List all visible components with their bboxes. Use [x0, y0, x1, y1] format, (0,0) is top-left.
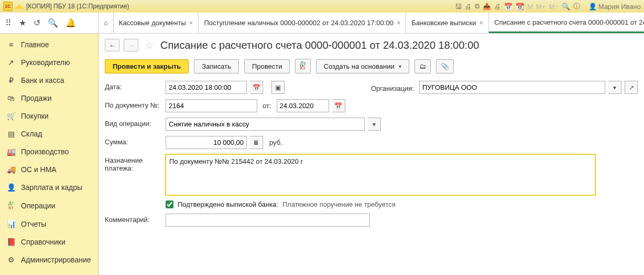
save-icon[interactable]: 🖫 [455, 3, 462, 10]
purpose-textarea[interactable]: По документу №№ 215442 от 24.03.2020 г [166, 154, 595, 195]
sidebar-item-label: Главное [21, 40, 49, 49]
org-label: Организация: [371, 82, 416, 92]
favorite-icon[interactable]: ★ [19, 18, 26, 28]
forward-button[interactable]: → [124, 39, 138, 51]
sidebar-item-manager[interactable]: ↗Руководителю [0, 54, 98, 71]
history-icon[interactable]: ↺ [34, 18, 40, 28]
tab-home[interactable]: ⌂ [99, 13, 114, 33]
close-icon[interactable]: × [479, 19, 484, 27]
factory-icon: 🏭 [6, 147, 16, 156]
tab-postuplenie[interactable]: Поступление наличных 0000-000002 от 24.0… [199, 13, 406, 33]
bell-icon[interactable]: 🔔 [66, 18, 76, 28]
sidebar-item-operations[interactable]: ДтКтОперации [0, 196, 98, 215]
amount-label: Сумма: [105, 136, 162, 146]
write-button[interactable]: Записать [194, 59, 239, 73]
calendar-picker-icon[interactable]: 📅 [250, 81, 263, 94]
related-button[interactable]: 🗂 [414, 59, 431, 73]
close-icon[interactable]: × [397, 19, 401, 27]
search-icon[interactable]: 🔍 [48, 18, 58, 28]
calendar31-icon[interactable]: 📆 [516, 3, 524, 10]
sidebar-item-label: Продажи [21, 94, 51, 102]
date-flag-icon[interactable]: ▣ [271, 81, 285, 94]
optype-field[interactable] [166, 118, 365, 131]
bag-icon: 🛍 [6, 94, 16, 102]
date-field[interactable] [166, 81, 247, 94]
dtkt-button[interactable]: ДтКт [295, 59, 310, 73]
zoom-icon[interactable]: 🔍 [562, 3, 570, 10]
menu-icon: ≡ [6, 40, 16, 49]
sidebar-item-ref[interactable]: 📕Справочники [0, 233, 98, 251]
from-date-field[interactable] [277, 99, 329, 112]
mminus-icon[interactable]: M− [549, 3, 558, 10]
favorite-toggle[interactable]: ☆ [145, 39, 154, 51]
date-label: Дата: [105, 81, 162, 91]
document-form: Дата: 📅 ▣ Организация: ▾ ↗ По документу … [105, 81, 638, 227]
calendar-icon[interactable]: 📅 [504, 3, 512, 10]
tab-kassa[interactable]: Кассовые документы × [114, 13, 199, 33]
sidebar: ≡Главное ↗Руководителю ₽Банк и касса 🛍Пр… [0, 34, 99, 275]
sidebar-item-osnma[interactable]: 🚚ОС и НМА [0, 161, 98, 178]
sidebar-item-label: Отчеты [21, 220, 46, 228]
window-title: [КОПИЯ] ПБУ 18 (1С:Предприятие) [26, 3, 129, 10]
sidebar-item-main[interactable]: ≡Главное [0, 36, 98, 54]
sidebar-item-reports[interactable]: 📊Отчеты [0, 215, 98, 233]
tab-label: Списание с расчетного счета 0000-000001 … [494, 18, 644, 26]
back-button[interactable]: ← [105, 39, 119, 51]
tab-spisanie[interactable]: Списание с расчетного счета 0000-000001 … [489, 13, 644, 33]
toolbar-left-icons: ⠿ ★ ↺ 🔍 🔔 [0, 13, 99, 33]
tab-label: Кассовые документы [119, 19, 186, 27]
printer2-icon[interactable]: 🖨 [494, 3, 501, 10]
attach-button[interactable]: 📎 [436, 59, 454, 73]
sidebar-item-label: Зарплата и кадры [21, 183, 82, 192]
tab-label: Поступление наличных 0000-000002 от 24.0… [204, 19, 394, 27]
mplus-icon[interactable]: M+ [536, 3, 545, 10]
sidebar-item-salary[interactable]: 👤Зарплата и кадры [0, 178, 98, 196]
user-icon: 👤 [588, 3, 597, 10]
org-open-icon[interactable]: ↗ [625, 81, 638, 94]
confirmed-checkbox[interactable] [166, 200, 173, 208]
sidebar-item-sales[interactable]: 🛍Продажи [0, 89, 98, 107]
chart-icon: ↗ [6, 58, 16, 67]
export-icon[interactable]: 📤 [483, 3, 491, 10]
close-icon[interactable]: × [189, 19, 193, 27]
sidebar-item-production[interactable]: 🏭Производство [0, 143, 98, 161]
org-field[interactable] [419, 81, 605, 94]
post-button[interactable]: Провести [244, 59, 290, 73]
create-based-button[interactable]: Создать на основании [316, 59, 409, 73]
post-and-close-button[interactable]: Провести и закрыть [105, 59, 189, 73]
apps-icon[interactable]: ⠿ [5, 18, 12, 28]
page-title: Списание с расчетного счета 0000-000001 … [160, 39, 479, 51]
sidebar-item-warehouse[interactable]: ▤Склад [0, 125, 98, 143]
amount-calc-icon[interactable]: 🖩 [250, 136, 263, 149]
warehouse-icon: ▤ [6, 130, 16, 138]
tabs: ⌂ Кассовые документы × Поступление налич… [99, 13, 644, 33]
print-icon[interactable]: 🖨 [465, 3, 472, 10]
compare-icon[interactable]: ⧉ [475, 2, 479, 10]
org-select-icon[interactable]: ▾ [608, 81, 621, 94]
optype-select-icon[interactable]: ▾ [368, 118, 381, 131]
sidebar-item-bank[interactable]: ₽Банк и касса [0, 71, 98, 89]
tab-bank[interactable]: Банковские выписки × [406, 13, 489, 33]
app-expand-icon[interactable] [15, 4, 24, 9]
report-icon: 📊 [6, 220, 16, 228]
cart-icon: 🛒 [6, 112, 16, 120]
amount-field[interactable] [166, 136, 247, 149]
top-toolbar: ⠿ ★ ↺ 🔍 🔔 ⌂ Кассовые документы × Поступл… [0, 13, 644, 34]
sidebar-item-purchases[interactable]: 🛒Покупки [0, 107, 98, 125]
sidebar-item-label: Покупки [21, 112, 49, 120]
sidebar-item-label: Справочники [21, 238, 66, 246]
content: ← → ☆ Списание с расчетного счета 0000-0… [99, 34, 644, 275]
sidebar-item-admin[interactable]: ⚙Администрирование [0, 251, 98, 269]
docnum-field[interactable] [166, 99, 257, 112]
user-menu[interactable]: 👤 Мария Ивано [588, 3, 641, 10]
m-icon[interactable]: M [527, 3, 533, 10]
user-name: Мария Ивано [598, 3, 641, 10]
home-icon: ⌂ [104, 19, 108, 27]
confirmed-label: Подтверждено выпиской банка: [178, 200, 278, 208]
info-icon[interactable]: ⓘ [573, 2, 580, 11]
comment-field[interactable] [166, 214, 370, 227]
ruble-icon: ₽ [6, 76, 16, 84]
gear-icon: ⚙ [6, 256, 16, 264]
from-calendar-icon[interactable]: 📅 [332, 99, 345, 112]
truck-icon: 🚚 [6, 165, 16, 174]
